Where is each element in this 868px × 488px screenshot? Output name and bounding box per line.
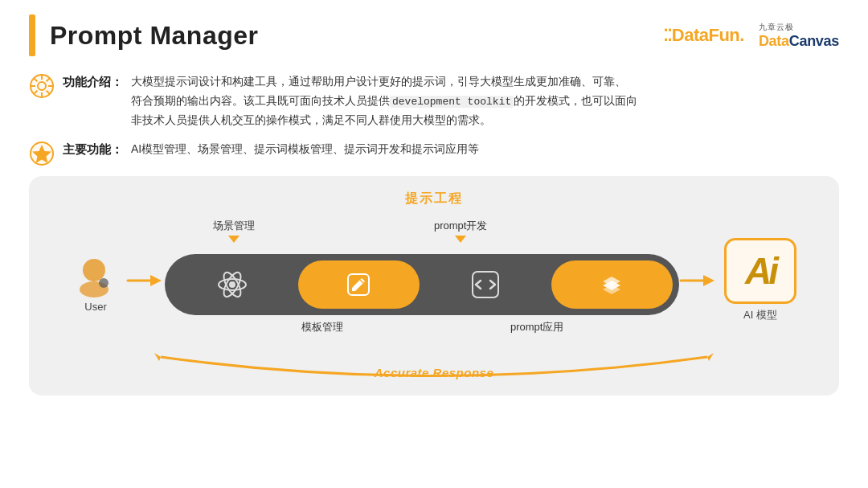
pipeline-bottom-labels: 模板管理 prompt应用 (165, 320, 679, 342)
step2-edit (298, 260, 420, 309)
user-icon (72, 248, 120, 297)
section1-label: 功能介绍： (63, 72, 123, 92)
main-content: 功能介绍： 大模型提示词设计和构建工具，通过帮助用户设计更好的提示词，引导大模型… (0, 64, 868, 404)
user-section: User (72, 248, 120, 313)
diagram-container: 提示工程 User (29, 176, 839, 396)
step2-bottom-label: 模板管理 (301, 320, 343, 334)
step1-top-label: 场景管理 (213, 219, 255, 243)
section2-label: 主要功能： (63, 140, 123, 159)
diagram-title: 提示工程 (48, 191, 820, 207)
step4-bottom-label: prompt应用 (510, 320, 563, 334)
page-title: Prompt Manager (50, 21, 258, 51)
step1-arrow-down (228, 236, 240, 243)
pipeline-top-labels: 场景管理 prompt开发 (165, 219, 679, 249)
pipeline-track (165, 254, 679, 315)
accurate-response-text: Accurate Response (375, 366, 494, 379)
ai-label: AI 模型 (743, 308, 777, 322)
section2-body: AI模型管理、场景管理、提示词模板管理、提示词开发和提示词应用等 (131, 140, 479, 159)
logos-section: ⁚⁚DataFun. 九章云极 DataCanvas (663, 22, 839, 50)
info-row-2: 主要功能： AI模型管理、场景管理、提示词模板管理、提示词开发和提示词应用等 (29, 140, 839, 166)
ai-box: Ai (724, 238, 796, 304)
step3-top-label: prompt开发 (434, 219, 487, 243)
ai-section: Ai AI 模型 (724, 238, 796, 322)
diagram-main: User 场景管理 prompt开发 (48, 219, 820, 342)
user-to-pipeline-arrow (126, 271, 165, 290)
datacanvas-top-text: 九章云极 (759, 22, 794, 33)
datafun-logo: ⁚⁚DataFun. (663, 25, 744, 46)
pipeline-container: 场景管理 prompt开发 (165, 219, 679, 342)
svg-point-15 (229, 281, 235, 288)
info-row-1: 功能介绍： 大模型提示词设计和构建工具，通过帮助用户设计更好的提示词，引导大模型… (29, 72, 839, 130)
datacanvas-logo: 九章云极 DataCanvas (759, 22, 839, 50)
step4-layers (551, 260, 674, 309)
title-section: Prompt Manager (29, 14, 258, 56)
main-features-icon (29, 141, 55, 166)
datacanvas-main-text: DataCanvas (759, 33, 839, 50)
pipeline-to-ai-arrow (679, 271, 718, 290)
svg-point-13 (83, 259, 105, 281)
user-label: User (84, 301, 106, 313)
step3-code (424, 260, 547, 309)
orange-accent-bar (29, 14, 35, 56)
step1-atom (171, 260, 293, 309)
page-header: Prompt Manager ⁚⁚DataFun. 九章云极 DataCanva… (0, 0, 868, 64)
accurate-response-area: Accurate Response (48, 351, 820, 379)
svg-point-14 (99, 278, 108, 288)
step3-arrow-down (455, 236, 466, 243)
section1-body: 大模型提示词设计和构建工具，通过帮助用户设计更好的提示词，引导大模型生成更加准确… (131, 72, 637, 130)
features-icon (29, 73, 55, 99)
